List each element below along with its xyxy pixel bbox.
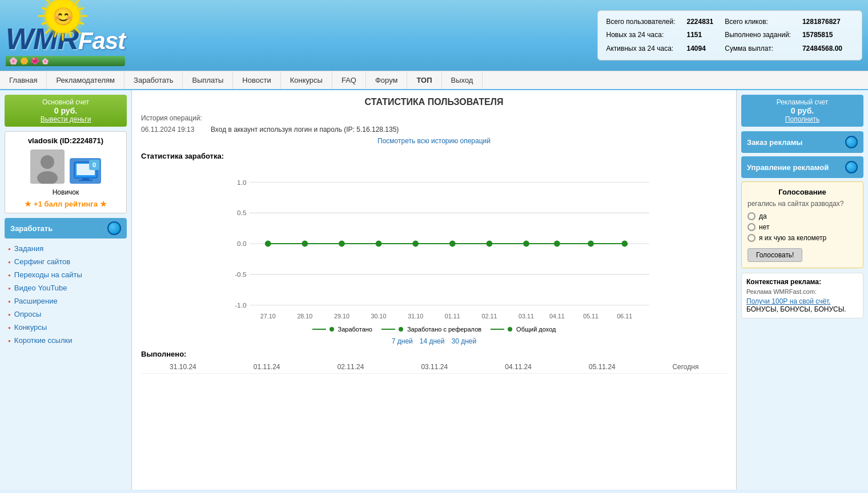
svg-point-44 — [265, 241, 271, 247]
period-7days[interactable]: 7 дней — [392, 337, 413, 345]
menu-item-surveys[interactable]: Опросы — [5, 308, 127, 321]
nav-advertisers[interactable]: Рекламодателям — [47, 71, 124, 89]
history-label: История операций: — [141, 114, 727, 122]
flower-icon: 🌸 — [9, 57, 18, 65]
nav-logout[interactable]: Выход — [442, 71, 483, 89]
right-sidebar: Рекламный счет 0 руб. Пополнить Заказ ре… — [737, 90, 868, 490]
earnings-chart: 1.0 0.5 0.0 -0.5 -1.0 27.10 28.10 29.10 … — [141, 164, 727, 324]
vote-title: Голосование — [748, 188, 857, 196]
menu-item-visits[interactable]: Переходы на сайты — [5, 268, 127, 281]
radio-yes[interactable] — [748, 212, 756, 220]
menu-link-contests[interactable]: Конкурсы — [14, 323, 47, 332]
menu-item-youtube[interactable]: Видео YouTube — [5, 281, 127, 294]
svg-line-8 — [42, 8, 47, 10]
vote-no-label: нет — [759, 223, 769, 231]
nav-payouts[interactable]: Выплаты — [183, 71, 233, 89]
vote-submit-button[interactable]: Голосовать! — [748, 248, 802, 262]
ad-link[interactable]: Получи 100Р на свой счёт. — [746, 297, 831, 305]
svg-line-12 — [78, 8, 83, 10]
nav-faq[interactable]: FAQ — [332, 71, 366, 89]
date-col-2: 01.11.24 — [225, 361, 309, 374]
username: vladosik (ID:2224871) — [10, 136, 122, 145]
svg-point-48 — [412, 241, 419, 247]
svg-line-9 — [78, 22, 83, 24]
nav-forum[interactable]: Форум — [366, 71, 408, 89]
earn-section: Заработать — [5, 218, 127, 239]
menu-item-surf[interactable]: Серфинг сайтов — [5, 255, 127, 268]
svg-text:06.11: 06.11 — [617, 313, 632, 320]
header: 😊 — [0, 0, 868, 71]
nav-top[interactable]: ТОП — [407, 71, 441, 89]
new-24-label: Новых за 24 часа: — [606, 29, 686, 42]
menu-item-contests[interactable]: Конкурсы — [5, 321, 127, 334]
menu-link-surveys[interactable]: Опросы — [14, 310, 41, 318]
order-ad-label: Заказ рекламы — [747, 138, 802, 147]
history-desc: Вход в аккаунт используя логин и пароль … — [211, 126, 399, 134]
context-ad-box: Контекстная реклама: Реклама WMRFast.com… — [741, 273, 863, 318]
svg-rect-22 — [79, 180, 93, 181]
radio-no[interactable] — [748, 223, 756, 231]
vote-yes-label: да — [759, 212, 767, 220]
menu-link-visits[interactable]: Переходы на сайты — [14, 270, 82, 279]
svg-text:27.10: 27.10 — [260, 313, 276, 320]
withdraw-link[interactable]: Вывести деньги — [41, 115, 91, 123]
vote-option-yes[interactable]: да — [748, 212, 857, 220]
menu-link-surf[interactable]: Серфинг сайтов — [14, 257, 70, 266]
svg-line-6 — [76, 0, 80, 3]
svg-point-46 — [339, 241, 345, 247]
vote-option-other[interactable]: я их чую за келометр — [748, 234, 857, 242]
chart-title: Статистика заработка: — [141, 152, 727, 160]
sidebar-menu: Задания Серфинг сайтов Переходы на сайты… — [5, 242, 127, 347]
svg-point-51 — [523, 241, 529, 247]
flower-icon: 🌼 — [20, 57, 29, 65]
vote-question: регались на сайтах разводах? — [748, 200, 857, 208]
svg-point-49 — [449, 241, 456, 247]
nav-home[interactable]: Главная — [0, 71, 47, 89]
new-24-value: 1151 — [687, 31, 702, 39]
manage-ad-button[interactable]: Управление рекламой — [741, 156, 863, 178]
svg-point-53 — [588, 241, 594, 247]
view-all-link[interactable]: Посмотреть всю историю операций — [141, 137, 727, 145]
left-sidebar: Основной счет 0 руб. Вывести деньги vlad… — [0, 90, 131, 490]
svg-line-5 — [76, 29, 80, 33]
menu-link-extension[interactable]: Расширение — [14, 297, 58, 305]
order-ad-button[interactable]: Заказ рекламы — [741, 131, 863, 153]
radio-other[interactable] — [748, 234, 756, 242]
flower-icon: 🌺 — [31, 57, 39, 65]
svg-line-15 — [69, 31, 71, 37]
menu-link-tasks[interactable]: Задания — [14, 244, 43, 253]
svg-line-10 — [69, 0, 71, 1]
logo-area: 😊 — [6, 5, 125, 66]
svg-line-14 — [55, 0, 57, 1]
history-date: 06.11.2024 19:13 — [141, 126, 204, 134]
account-label: Основной счет — [10, 98, 121, 106]
total-clicks-value: 1281876827 — [802, 18, 841, 26]
svg-point-45 — [302, 241, 308, 247]
menu-item-extension[interactable]: Расширение — [5, 294, 127, 308]
ad-account-label: Рекламный счет — [747, 98, 858, 106]
menu-link-short-links[interactable]: Короткие ссылки — [14, 336, 73, 345]
nav-earn[interactable]: Заработать — [124, 71, 183, 89]
date-col-4: 03.11.24 — [392, 361, 476, 374]
chart-section: Статистика заработка: 1.0 0.5 0.0 -0.5 -… — [141, 152, 727, 345]
period-14days[interactable]: 14 дней — [420, 337, 445, 345]
user-avatar — [30, 149, 65, 184]
vote-option-no[interactable]: нет — [748, 223, 857, 231]
date-col-5: 04.11.24 — [476, 361, 560, 374]
completed-label: Выполнено: — [141, 350, 727, 358]
period-30days[interactable]: 30 дней — [452, 337, 477, 345]
svg-text:28.10: 28.10 — [297, 313, 312, 320]
menu-item-tasks[interactable]: Задания — [5, 242, 127, 255]
legend-total: Общий доход — [491, 326, 556, 333]
ad-source-label: Реклама WMRFast.com: — [746, 288, 858, 295]
vote-other-label: я их чую за келометр — [759, 234, 826, 242]
view-all-anchor[interactable]: Посмотреть всю историю операций — [377, 137, 491, 145]
nav-news[interactable]: Новости — [233, 71, 280, 89]
replenish-link[interactable]: Пополнить — [785, 115, 819, 123]
total-users-label: Всего пользователей: — [606, 15, 686, 29]
svg-text:01.11: 01.11 — [445, 313, 460, 320]
tasks-done-label: Выполнено заданий: — [725, 29, 802, 42]
nav-contests[interactable]: Конкурсы — [281, 71, 332, 89]
menu-link-youtube[interactable]: Видео YouTube — [14, 284, 67, 292]
menu-item-short-links[interactable]: Короткие ссылки — [5, 334, 127, 347]
